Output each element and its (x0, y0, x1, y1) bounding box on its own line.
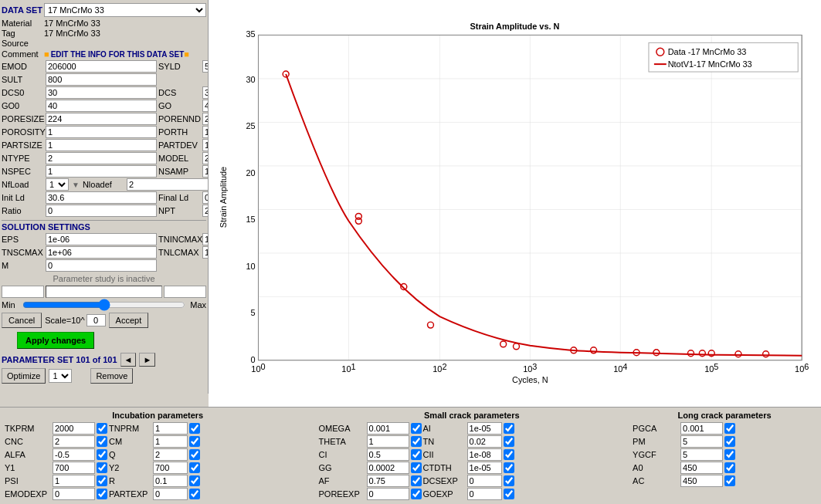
nfload-select[interactable]: 1 (46, 178, 69, 191)
accept-button[interactable]: Accept (109, 313, 149, 328)
remove-button[interactable]: Remove (90, 368, 133, 384)
dcsexp-check[interactable] (504, 475, 514, 486)
dataset-select[interactable]: 17 MnCrMo 33 (44, 3, 206, 17)
tnlcmax-input[interactable] (202, 246, 209, 259)
scale-input[interactable] (87, 314, 106, 326)
gg-input[interactable] (367, 462, 409, 474)
slider-track[interactable] (46, 286, 162, 298)
r-check[interactable] (189, 475, 200, 486)
tnincmax-input[interactable] (202, 233, 209, 245)
porosity-input[interactable] (46, 126, 157, 138)
ratio-input[interactable] (46, 205, 157, 217)
ac-input[interactable] (680, 475, 723, 487)
pm-check[interactable] (724, 436, 735, 447)
tn-input[interactable] (467, 435, 502, 448)
goexp-check[interactable] (504, 489, 514, 499)
nspec-input[interactable] (46, 165, 157, 178)
y1-input[interactable] (53, 462, 95, 474)
alfa-check[interactable] (97, 449, 107, 460)
dcsexp-input[interactable] (467, 475, 502, 487)
ntype-input[interactable] (46, 152, 157, 164)
partexp-check[interactable] (189, 489, 200, 499)
cnc-check[interactable] (97, 436, 107, 447)
ygcf-input[interactable] (680, 448, 723, 461)
porennd-input[interactable] (202, 113, 209, 125)
omega-check[interactable] (411, 423, 422, 434)
tkprm-input[interactable] (53, 422, 95, 435)
a0-input[interactable] (680, 462, 723, 474)
cancel-button[interactable]: Cancel (2, 313, 42, 328)
y1-check[interactable] (97, 462, 107, 473)
tnprm-check[interactable] (189, 423, 200, 434)
finalld-input[interactable] (202, 191, 209, 204)
m-input[interactable] (46, 259, 157, 272)
poreexp-input[interactable] (367, 488, 409, 500)
eps-input[interactable] (46, 233, 157, 245)
partdev-input[interactable] (202, 139, 209, 151)
omega-input[interactable] (367, 422, 409, 435)
cnc-input[interactable] (53, 435, 95, 448)
af-input[interactable] (367, 475, 409, 487)
cm-check[interactable] (189, 436, 200, 447)
cm-input[interactable] (153, 435, 188, 448)
af-check[interactable] (411, 475, 422, 486)
ci-check[interactable] (411, 449, 422, 460)
psi-input[interactable] (53, 475, 95, 487)
tkprm-check[interactable] (97, 423, 107, 434)
y2-input[interactable] (153, 462, 188, 474)
nav-prev-button[interactable]: ◄ (120, 353, 137, 367)
q-check[interactable] (189, 449, 200, 460)
ac-check[interactable] (724, 475, 735, 486)
optimize-num-select[interactable]: 1 (49, 369, 72, 383)
ai-input[interactable] (467, 422, 502, 435)
tnprm-input[interactable] (153, 422, 188, 435)
nloadef-input[interactable] (127, 178, 209, 191)
q-input[interactable] (153, 448, 188, 461)
model-input[interactable] (202, 152, 209, 164)
partexp-input[interactable] (153, 488, 188, 500)
emodexp-check[interactable] (97, 489, 107, 499)
emod-input[interactable] (46, 60, 157, 73)
ygcf-check[interactable] (724, 449, 735, 460)
goexp-input[interactable] (467, 488, 502, 500)
ci-input[interactable] (367, 448, 409, 461)
tnscmax-input[interactable] (46, 246, 157, 259)
theta-input[interactable] (367, 435, 409, 448)
param-slider[interactable] (22, 299, 185, 311)
tn-check[interactable] (504, 436, 514, 447)
nav-next-button[interactable]: ► (139, 353, 155, 367)
dcs-input[interactable] (202, 86, 209, 99)
cii-check[interactable] (504, 449, 514, 460)
emodexp-input[interactable] (53, 488, 95, 500)
alfa-input[interactable] (53, 448, 95, 461)
apply-button[interactable]: Apply changes (17, 332, 94, 349)
pgca-input[interactable] (680, 422, 723, 435)
optimize-button[interactable]: Optimize (2, 368, 46, 384)
poresize-input[interactable] (46, 113, 157, 125)
gg-check[interactable] (411, 462, 422, 473)
slider-max-input[interactable] (164, 286, 206, 298)
cii-input[interactable] (467, 448, 502, 461)
slider-min-input[interactable] (2, 286, 44, 298)
go-input[interactable] (202, 100, 209, 112)
a0-check[interactable] (724, 462, 735, 473)
y2-check[interactable] (189, 462, 200, 473)
dcs0-input[interactable] (46, 86, 157, 99)
porth-input[interactable] (202, 126, 209, 138)
sult-input[interactable] (46, 73, 157, 86)
psi-check[interactable] (97, 475, 107, 486)
ctdth-check[interactable] (504, 462, 514, 473)
pgca-check[interactable] (724, 423, 735, 434)
theta-check[interactable] (411, 436, 422, 447)
initld-input[interactable] (46, 191, 157, 204)
ai-check[interactable] (504, 423, 514, 434)
ctdth-input[interactable] (467, 462, 502, 474)
pm-input[interactable] (680, 435, 723, 448)
partsize-input[interactable] (46, 139, 157, 151)
poreexp-check[interactable] (411, 489, 422, 499)
r-input[interactable] (153, 475, 188, 487)
go0-input[interactable] (46, 100, 157, 112)
nsamp-input[interactable] (202, 165, 209, 178)
npt-input[interactable] (202, 205, 209, 217)
syld-input[interactable] (202, 60, 209, 73)
